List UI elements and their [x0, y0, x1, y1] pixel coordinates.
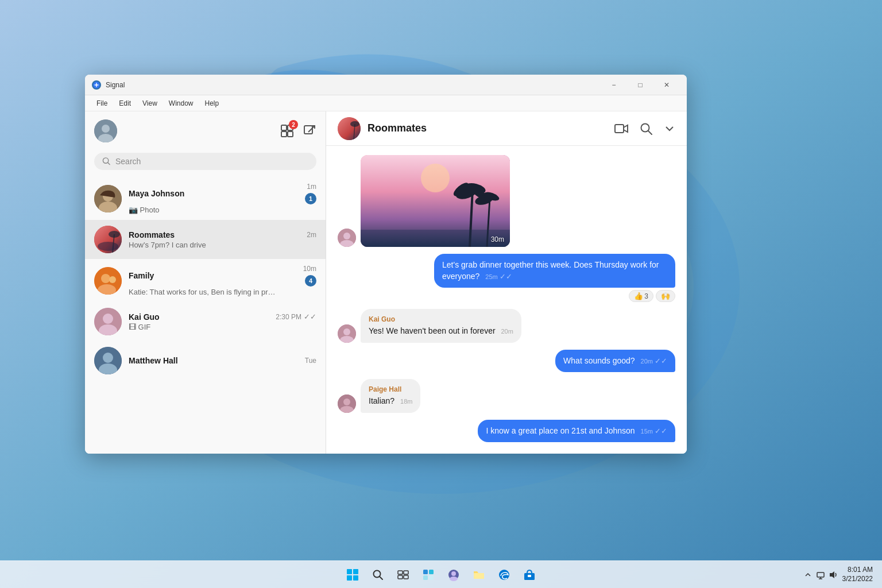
- clock-date: 3/21/2022: [842, 575, 873, 584]
- message-bubble: Kai Guo Yes! We haven't been out in fore…: [361, 309, 521, 342]
- contact-name: Matthew Hall: [129, 356, 178, 365]
- message-text: Italian?: [369, 396, 394, 405]
- taskbar-system-tray: 8:01 AM 3/21/2022: [803, 566, 873, 583]
- message-preview: 📷 Photo: [129, 206, 278, 214]
- signal-window: Signal − □ ✕ File Edit View Window Help: [85, 75, 687, 454]
- message-preview: Katie: That works for us, Ben is flying …: [129, 288, 278, 296]
- conversation-item[interactable]: Family 10m 4 Katie: That works for us, B…: [85, 259, 326, 302]
- svg-rect-10: [281, 131, 287, 137]
- taskbar-search[interactable]: [366, 563, 389, 586]
- profile-avatar[interactable]: [94, 119, 117, 142]
- reaction-celebrate[interactable]: 🙌: [656, 290, 675, 302]
- svg-point-31: [103, 353, 113, 363]
- app-icon: [92, 80, 101, 90]
- svg-point-24: [101, 274, 110, 283]
- message-time: 2m: [307, 231, 316, 239]
- svg-point-40: [343, 233, 350, 239]
- message-row: What sounds good? 20m ✓✓: [338, 350, 675, 373]
- taskbar-clock[interactable]: 8:01 AM 3/21/2022: [842, 566, 873, 583]
- menu-view[interactable]: View: [138, 98, 162, 109]
- svg-rect-62: [353, 575, 358, 581]
- svg-rect-66: [404, 571, 408, 574]
- menu-window[interactable]: Window: [164, 98, 198, 109]
- conversation-item[interactable]: Kai Guo 2:30 PM ✓✓ 🎞 GIF: [85, 302, 326, 341]
- svg-rect-72: [429, 575, 434, 580]
- more-options-button[interactable]: [664, 123, 675, 134]
- taskbar-taskview[interactable]: [392, 563, 415, 586]
- message-avatar: [338, 229, 356, 247]
- message-bubble: What sounds good? 20m ✓✓: [555, 350, 675, 373]
- sidebar: 2: [85, 111, 326, 454]
- notification-badge: 2: [289, 120, 298, 129]
- svg-rect-69: [423, 570, 428, 574]
- taskbar-widgets[interactable]: [417, 563, 440, 586]
- message-avatar: [338, 394, 356, 413]
- chat-header-actions: [614, 122, 675, 135]
- message-time: 18m: [400, 398, 412, 405]
- unread-badge: 4: [305, 275, 316, 287]
- sidebar-actions: 2: [280, 123, 316, 138]
- taskbar-chat[interactable]: [442, 563, 465, 586]
- contact-name: Family: [129, 271, 154, 280]
- message-time: 15m ✓✓: [641, 428, 667, 435]
- conversation-item[interactable]: Roommates 2m How's 7pm? I can drive: [85, 220, 326, 259]
- svg-rect-11: [288, 131, 293, 137]
- message-text: Let's grab dinner together this week. Do…: [442, 260, 659, 281]
- message-time: 25m ✓✓: [485, 273, 512, 280]
- message-bubble: Let's grab dinner together this week. Do…: [434, 254, 675, 288]
- conversation-info: Family 10m 4 Katie: That works for us, B…: [129, 265, 316, 296]
- taskbar-edge[interactable]: [493, 563, 516, 586]
- conversation-info: Roommates 2m How's 7pm? I can drive: [129, 230, 316, 249]
- svg-rect-78: [528, 575, 531, 577]
- svg-line-64: [380, 577, 382, 579]
- svg-rect-36: [615, 125, 624, 133]
- close-button[interactable]: ✕: [653, 75, 680, 95]
- search-icon: [102, 157, 111, 166]
- message-time: 2:30 PM: [276, 313, 301, 321]
- video-call-button[interactable]: [614, 123, 628, 134]
- taskbar-start[interactable]: [341, 563, 364, 586]
- svg-rect-68: [404, 575, 408, 579]
- maximize-button[interactable]: □: [627, 75, 653, 95]
- reaction-emoji: 👍: [634, 292, 643, 300]
- taskbar-explorer[interactable]: [467, 563, 490, 586]
- search-input[interactable]: [115, 157, 308, 166]
- message-time: 10m: [303, 265, 316, 273]
- read-indicator: ✓✓: [304, 312, 316, 321]
- conversation-info: Matthew Hall Tue: [129, 356, 316, 365]
- message-row: Let's grab dinner together this week. Do…: [338, 254, 675, 302]
- svg-rect-70: [429, 570, 434, 574]
- menu-file[interactable]: File: [92, 98, 112, 109]
- conversation-item[interactable]: Matthew Hall Tue: [85, 341, 326, 380]
- svg-rect-67: [398, 575, 403, 579]
- avatar: [94, 267, 122, 295]
- chevron-up-icon[interactable]: [803, 570, 813, 579]
- read-check-icon: ✓✓: [655, 357, 667, 365]
- read-check-icon: ✓✓: [500, 272, 512, 281]
- window-controls: − □ ✕: [601, 75, 680, 95]
- chat-group-name: Roommates: [368, 122, 427, 134]
- reaction-emoji: 🙌: [661, 292, 670, 300]
- message-row: Kai Guo Yes! We haven't been out in fore…: [338, 309, 675, 342]
- stories-button[interactable]: 2: [280, 123, 295, 138]
- compose-button[interactable]: [303, 124, 316, 138]
- reaction-thumbsup[interactable]: 👍 3: [629, 290, 653, 302]
- message-bubble: Paige Hall Italian? 18m: [361, 379, 420, 412]
- message-reactions: 👍 3 🙌: [629, 290, 675, 302]
- svg-point-75: [450, 577, 458, 581]
- search-bar[interactable]: [94, 153, 316, 170]
- menu-edit[interactable]: Edit: [114, 98, 136, 109]
- taskbar-store[interactable]: [518, 563, 541, 586]
- chat-group-avatar: [338, 117, 361, 140]
- conversation-list: Maya Johnson 1m 1 📷 Photo: [85, 177, 326, 454]
- menu-help[interactable]: Help: [200, 98, 224, 109]
- conversation-item[interactable]: Maya Johnson 1m 1 📷 Photo: [85, 177, 326, 220]
- search-chat-button[interactable]: [640, 122, 652, 135]
- main-content: 2: [85, 111, 687, 454]
- svg-point-74: [451, 571, 456, 576]
- minimize-button[interactable]: −: [601, 75, 627, 95]
- message-avatar: [338, 324, 356, 343]
- message-text: What sounds good?: [563, 356, 635, 365]
- message-preview: How's 7pm? I can drive: [129, 241, 278, 249]
- avatar: [94, 347, 122, 374]
